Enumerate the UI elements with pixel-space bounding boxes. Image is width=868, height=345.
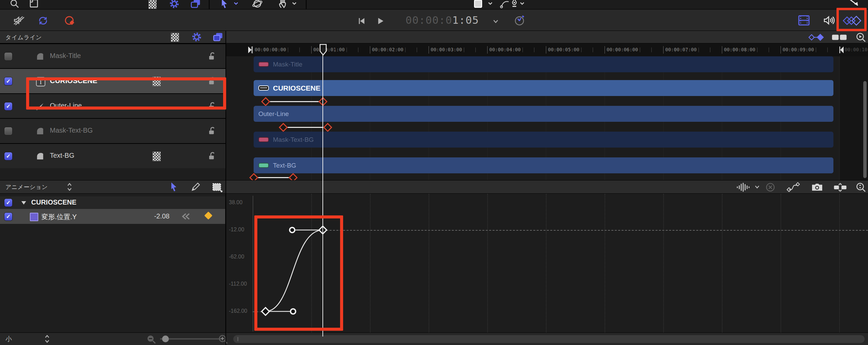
prev-keyframe-icon[interactable] xyxy=(181,212,191,221)
scale-stepper-icon[interactable] xyxy=(44,334,50,343)
timecode-chevron-icon[interactable] xyxy=(492,18,500,25)
search-icon[interactable] xyxy=(9,0,20,9)
chevron-down-icon[interactable] xyxy=(233,0,239,7)
cursor-tool-icon[interactable] xyxy=(219,0,230,9)
skip-back-icon[interactable] xyxy=(357,17,366,25)
chevron-down-icon[interactable] xyxy=(519,0,526,7)
curve-icon[interactable] xyxy=(787,182,800,192)
zoom-play-icon[interactable] xyxy=(855,32,867,43)
keyframe-pair-icon[interactable] xyxy=(808,32,825,42)
lock-open-icon[interactable] xyxy=(207,101,217,111)
track-bar-label: Mask-Text-BG xyxy=(273,136,314,143)
hand-tool-icon[interactable] xyxy=(277,0,288,9)
pen-tool-icon[interactable] xyxy=(509,0,519,8)
speaker-icon[interactable] xyxy=(822,14,835,26)
audio-muted-icon[interactable] xyxy=(12,15,24,26)
marquee-add-icon[interactable] xyxy=(212,182,222,193)
zoom-scale-label[interactable]: 小 xyxy=(5,335,12,344)
layer-row-curioscene[interactable]: ✓TCURIOSCENE xyxy=(0,68,226,93)
blend-checkerboard-icon[interactable] xyxy=(153,77,161,86)
keyframe-diamond[interactable] xyxy=(249,173,258,180)
track-bar-mask-text-bg[interactable]: Mask-Text-BG xyxy=(254,132,833,148)
layer-enabled-checkbox[interactable]: ✓ xyxy=(4,127,12,135)
vertical-scrollbar[interactable] xyxy=(863,81,867,178)
chevron-down-icon[interactable] xyxy=(753,184,761,190)
record-keyframe-icon[interactable] xyxy=(63,15,76,26)
clip-pair-icon[interactable] xyxy=(831,33,848,42)
gear-icon[interactable] xyxy=(169,0,180,9)
keyframe-diamond-icon[interactable] xyxy=(204,211,212,219)
layers-icon[interactable] xyxy=(190,0,201,9)
waveform-icon[interactable] xyxy=(736,183,751,192)
group-enabled-checkbox[interactable]: ✓ xyxy=(4,199,12,207)
fit-clips-icon[interactable] xyxy=(833,182,848,193)
ruler-minor-tick xyxy=(405,47,406,52)
layer-row-mask-text-bg[interactable]: ✓Mask-Text-BG xyxy=(0,118,226,143)
playhead-handle[interactable] xyxy=(319,44,327,56)
track-bar-label: Text-BG xyxy=(273,162,296,169)
checkerboard-icon[interactable] xyxy=(149,0,157,9)
keyframe-diamond[interactable] xyxy=(323,123,332,132)
layer-enabled-checkbox[interactable]: ✓ xyxy=(4,77,12,85)
curve-path[interactable] xyxy=(265,230,323,311)
chevron-down-icon[interactable] xyxy=(487,0,494,7)
lock-open-icon[interactable] xyxy=(207,151,217,161)
loop-icon[interactable] xyxy=(37,15,50,26)
ruler-minor-tick xyxy=(769,47,769,52)
chevron-down-icon[interactable] xyxy=(291,0,298,7)
blend-checkerboard-icon[interactable] xyxy=(153,152,161,161)
track-bar-text-bg[interactable]: Text-BG xyxy=(254,157,833,173)
lock-open-icon[interactable] xyxy=(207,51,217,61)
stopwatch-icon[interactable] xyxy=(513,15,526,26)
resize-diagonal-arrow-icon[interactable] xyxy=(848,0,861,9)
zoom-out-icon[interactable] xyxy=(146,334,157,345)
track-bar-curioscene[interactable]: CURIOSCENE xyxy=(254,80,833,96)
layer-enabled-checkbox[interactable]: ✓ xyxy=(4,152,12,160)
cursor-tool-icon[interactable] xyxy=(168,181,179,192)
animation-group-row[interactable]: ✓ CURIOSCENE xyxy=(0,196,225,209)
film-icon[interactable] xyxy=(797,14,811,26)
layer-row-mask-title[interactable]: ✓Mask-Title xyxy=(0,43,226,69)
checkerboard-icon[interactable] xyxy=(171,33,179,42)
horizontal-scrollbar[interactable] xyxy=(233,335,865,343)
rect-tool-icon[interactable] xyxy=(473,0,484,9)
keyframe-diamond[interactable] xyxy=(289,173,298,180)
gear-icon[interactable] xyxy=(191,32,202,42)
curve-point-icon[interactable] xyxy=(500,0,510,8)
ruler-second-tick xyxy=(253,46,253,54)
lock-open-icon[interactable] xyxy=(207,126,217,136)
layers-icon[interactable] xyxy=(212,32,224,43)
clear-circle-icon[interactable] xyxy=(765,182,776,193)
layer-row-text-bg[interactable]: ✓Text-BG xyxy=(0,143,226,168)
bezier-handle-point[interactable] xyxy=(290,228,295,233)
animation-param-row[interactable]: ✓ 変形.位置.Y -2.08 xyxy=(0,209,225,224)
param-color-swatch[interactable] xyxy=(30,213,38,221)
keyframe-diamond[interactable] xyxy=(279,123,288,132)
playhead-line[interactable] xyxy=(322,53,323,337)
pen-icon[interactable] xyxy=(191,182,201,192)
frame-icon[interactable] xyxy=(28,0,39,9)
layer-row-outer-line[interactable]: ✓Outer-Line xyxy=(0,93,226,118)
camera-icon[interactable] xyxy=(810,182,824,192)
lock-open-icon[interactable] xyxy=(207,76,217,86)
disclosure-triangle-icon[interactable] xyxy=(21,200,26,205)
zoom-slider-track[interactable] xyxy=(160,338,221,340)
param-value[interactable]: -2.08 xyxy=(136,212,170,220)
layer-enabled-checkbox[interactable]: ✓ xyxy=(4,53,12,60)
play-button[interactable] xyxy=(376,17,385,25)
sort-stepper-icon[interactable] xyxy=(66,183,73,191)
keyframe-diamond[interactable] xyxy=(261,97,270,106)
keyframes-trio-icon[interactable] xyxy=(842,15,863,26)
curve-keyframe-diamond[interactable] xyxy=(262,308,270,315)
timecode-display[interactable]: 00:00:01:05 xyxy=(406,14,479,26)
zoom-in-icon[interactable] xyxy=(218,334,229,345)
param-enabled-checkbox[interactable]: ✓ xyxy=(4,213,12,221)
track-bar-mask-title[interactable]: Mask-Title xyxy=(254,56,833,72)
panel-divider[interactable] xyxy=(225,31,226,345)
zoom-updown-icon[interactable] xyxy=(855,181,867,193)
track-bar-outer-line[interactable]: Outer-Line xyxy=(254,106,833,122)
bezier-handle-point[interactable] xyxy=(291,309,296,314)
orbit-tool-icon[interactable] xyxy=(252,0,263,9)
zoom-slider-thumb[interactable] xyxy=(162,336,169,342)
layer-enabled-checkbox[interactable]: ✓ xyxy=(4,102,12,110)
